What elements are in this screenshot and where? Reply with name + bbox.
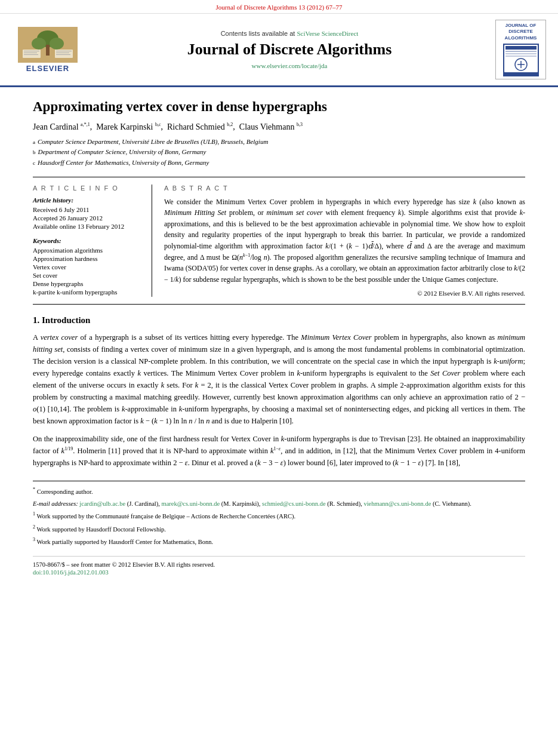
section-1-heading: Introduction [42, 315, 90, 325]
received-date: Received 6 July 2011 [33, 206, 143, 213]
fn-sup-2: 2 [33, 524, 35, 530]
jda-art-icon [503, 44, 539, 73]
journal-center-info: Contents lists available at SciVerse Sci… [84, 29, 495, 70]
svg-rect-18 [505, 56, 537, 57]
footnote-email: E-mail addresses: jcardin@ulb.ac.be (J. … [33, 499, 525, 509]
keyword-2: Vertex cover [33, 263, 143, 271]
fn-sup-1: 1 [33, 511, 35, 517]
article-info-abstract-section: A R T I C L E I N F O Article history: R… [33, 177, 525, 305]
accepted-date: Accepted 26 January 2012 [33, 214, 143, 222]
svg-rect-6 [24, 51, 39, 51]
journal-url[interactable]: www.elsevier.com/locate/jda [252, 62, 328, 69]
sciverse-link[interactable]: Contents lists available at SciVerse Sci… [84, 29, 495, 38]
bottom-bar: 1570-8667/$ – see front matter © 2012 El… [33, 556, 525, 576]
paper-title: Approximating vertex cover in dense hype… [33, 99, 525, 115]
author-viehmann: Claus Viehmann b,3 [239, 122, 303, 131]
svg-point-3 [50, 38, 64, 50]
affil-sup-c: c [33, 159, 35, 167]
article-history-label: Article history: [33, 196, 143, 204]
svg-rect-17 [505, 53, 537, 54]
jda-logo-box: JOURNAL OF DISCRETE ALGORITHMS [495, 20, 546, 79]
affiliations: a Computer Science Department, Universit… [33, 137, 525, 168]
journal-header: ELSEVIER Contents lists available at Sci… [0, 14, 558, 87]
elsevier-logo: ELSEVIER [12, 27, 84, 73]
affil-text-b: Department of Computer Science, Universi… [38, 147, 206, 158]
journal-citation-text: Journal of Discrete Algorithms 13 (2012)… [215, 4, 342, 11]
svg-rect-12 [56, 54, 70, 55]
svg-rect-16 [505, 51, 537, 52]
keyword-0: Approximation algorithms [33, 247, 143, 254]
svg-rect-7 [24, 53, 37, 53]
authors-line: Jean Cardinal a,*,1, Marek Karpinski b,c… [33, 122, 525, 132]
svg-rect-15 [505, 46, 537, 50]
email-cardinal[interactable]: jcardin@ulb.ac.be [79, 500, 125, 507]
section-1-para-2: On the inapproximability side, one of th… [33, 433, 525, 469]
abstract-text: We consider the Minimum Vertex Cover pro… [164, 196, 525, 285]
issn-line: 1570-8667/$ – see front matter © 2012 El… [33, 561, 525, 568]
abstract-column: A B S T R A C T We consider the Minimum … [164, 185, 525, 297]
svg-rect-8 [24, 54, 38, 55]
journal-title: Journal of Discrete Algorithms [84, 41, 495, 59]
footnote-star: * Corresponding author. [33, 486, 525, 496]
affil-text-a: Computer Science Department, Université … [38, 137, 268, 147]
elsevier-tree-icon [18, 27, 78, 63]
article-info-column: A R T I C L E I N F O Article history: R… [33, 185, 152, 297]
svg-rect-11 [56, 53, 69, 53]
email-viehmann[interactable]: viehmann@cs.uni-bonn.de [363, 500, 431, 507]
footnotes-section: * Corresponding author. E-mail addresses… [33, 481, 525, 546]
journal-citation-bar: Journal of Discrete Algorithms 13 (2012)… [0, 0, 558, 14]
author-karpinski: Marek Karpinski b,c [96, 122, 161, 131]
available-date: Available online 13 February 2012 [33, 223, 143, 230]
svg-rect-10 [56, 51, 72, 51]
keyword-1: Approximation hardness [33, 255, 143, 262]
affil-sup-b: b [33, 148, 36, 156]
section-1-para-1: A vertex cover of a hypergraph is a subs… [33, 331, 525, 427]
author-cardinal: Jean Cardinal a,*,1 [33, 122, 90, 131]
abstract-heading: A B S T R A C T [164, 185, 525, 192]
svg-rect-4 [46, 45, 50, 56]
footnote-1: 1 Work supported by the Communauté franç… [33, 511, 525, 521]
email-karpinski[interactable]: marek@cs.uni-bonn.de [161, 500, 220, 507]
keywords-label: Keywords: [33, 237, 143, 244]
jda-logo-image [503, 44, 539, 76]
fn-sup-star: * [33, 487, 35, 492]
jda-box-title: JOURNAL OF DISCRETE ALGORITHMS [498, 23, 543, 41]
footnote-3: 3 Work partially supported by Hausdorff … [33, 536, 525, 546]
article-info-heading: A R T I C L E I N F O [33, 185, 143, 192]
keyword-5: k-partite k-uniform hypergraphs [33, 288, 143, 296]
copyright-line: © 2012 Elsevier B.V. All rights reserved… [164, 290, 525, 297]
section-1-number: 1. [33, 315, 39, 325]
keyword-4: Dense hypergraphs [33, 280, 143, 287]
paper-body: Approximating vertex cover in dense hype… [0, 87, 558, 588]
keyword-3: Set cover [33, 272, 143, 279]
elsevier-logo-image [18, 27, 78, 63]
affiliation-a: a Computer Science Department, Universit… [33, 137, 525, 147]
sciverse-anchor[interactable]: SciVerse ScienceDirect [297, 30, 358, 37]
doi-line: doi:10.1016/j.jda.2012.01.003 [33, 569, 525, 576]
affil-sup-a: a [33, 138, 35, 146]
elsevier-wordmark: ELSEVIER [26, 64, 69, 73]
affiliation-c: c Hausdorff Center for Mathematics, Univ… [33, 158, 525, 168]
svg-point-2 [32, 38, 46, 50]
author-schmied: Richard Schmied b,2 [167, 122, 233, 131]
fn-sup-3: 3 [33, 537, 35, 542]
footnote-2: 2 Work supported by Hausdorff Doctoral F… [33, 524, 525, 534]
affil-text-c: Hausdorff Center for Mathematics, Univer… [38, 158, 209, 168]
that-word: that [360, 447, 371, 455]
affiliation-b: b Department of Computer Science, Univer… [33, 147, 525, 158]
email-schmied[interactable]: schmied@cs.uni-bonn.de [262, 500, 325, 507]
section-1-title: 1. Introduction [33, 315, 525, 325]
